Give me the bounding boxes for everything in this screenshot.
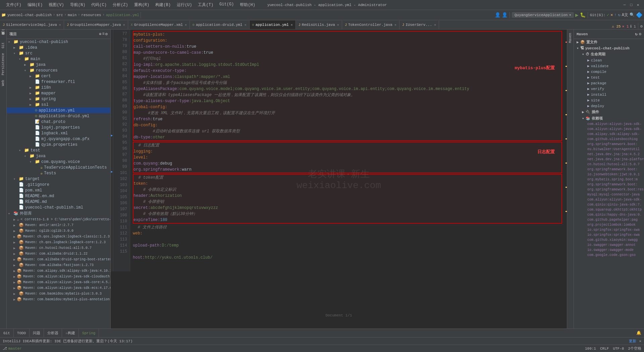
maven-dep-22[interactable]: io.springfox:springfox-swa <box>574 227 644 232</box>
tree-item-pfx[interactable]: ▶ 📄 mj.quyangapp.com.pfx <box>7 136 110 142</box>
tab-close-5[interactable]: ✕ <box>291 23 293 27</box>
tree-item-log4j[interactable]: ▶ 📄 log4j.properties <box>7 125 110 130</box>
tree-item-cert[interactable]: ▶ 📁 cert <box>7 73 110 79</box>
vtab-project[interactable]: 项目 <box>0 31 6 35</box>
maven-dep-3[interactable]: com.alipay.sdk:alipay-sdk- <box>574 132 644 137</box>
tab-redis-utils[interactable]: J RedisUtils.java ✕ <box>296 20 342 29</box>
menu-code[interactable]: 代码(C) <box>89 1 109 8</box>
tree-item-maven-aliyun-ecs[interactable]: ▶ 📦 Maven: com.aliyun:aliyun-java-sdk-ec… <box>7 285 110 291</box>
notification-dismiss[interactable]: ✕ <box>639 339 641 343</box>
close-button[interactable]: ✕ <box>635 2 641 8</box>
code-content[interactable]: mybatis-plus配置 mybatis-plus: configurati… <box>130 30 565 271</box>
maven-compile[interactable]: ▶ compile <box>574 69 644 75</box>
menu-help[interactable]: 帮助(H) <box>237 1 258 8</box>
tree-item-freemarker[interactable]: ▶ 📄 freemarker.ftl <box>7 79 110 85</box>
tree-item-com-quyang[interactable]: ▾ 📁 com.quyang.voice <box>7 159 110 165</box>
bottom-tab-spring[interactable]: Spring <box>79 329 99 337</box>
maven-dep-26[interactable]: io.swagger:swagger-mode <box>574 248 644 253</box>
tab-token-controller[interactable]: J TokenController.java ✕ <box>342 20 399 29</box>
maven-test[interactable]: ▶ test <box>574 75 644 80</box>
menu-run[interactable]: 运行(U) <box>174 1 195 8</box>
run-config-selector[interactable]: QuyangServiceApplication ▾ <box>512 12 574 18</box>
tree-item-test[interactable]: ▾ 📁 test <box>7 147 110 153</box>
maven-dep-9[interactable]: cn.hutool:hutool-all:5.0.7 <box>574 162 644 167</box>
maven-dep-14[interactable]: org.springframework.boot:rest <box>574 187 644 192</box>
tree-item-spring[interactable]: ▶ 📁 spring <box>7 96 110 102</box>
maven-dep-4[interactable]: com.github.ulisesbocchiog <box>574 137 644 142</box>
tree-item-readme-en[interactable]: ▶ 📄 README.en.md <box>7 193 110 199</box>
tree-item-gitignore[interactable]: ▶ 📄 .gitignore <box>7 182 110 187</box>
tree-item-tests[interactable]: ▶ ☕ Tests <box>7 170 110 176</box>
sidebar-tool-btn2[interactable]: ≡ <box>102 32 105 37</box>
menu-view[interactable]: 视图(V) <box>46 1 67 8</box>
maven-dep-24[interactable]: com.github.xiaoymin:swagg <box>574 237 644 243</box>
tree-item-maven-antlr[interactable]: ▶ 📦 Maven: antlr:antlr:2.7.7 <box>7 222 110 228</box>
tab-silence-service-impl[interactable]: J SilenceServiceImpl.java ✕ <box>0 20 64 29</box>
tab-iuser-serv[interactable]: J IUserServ... ✕ <box>399 20 439 29</box>
maven-dep-8[interactable]: net.java.dev.jna:jna-platform <box>574 157 644 162</box>
bottom-tab-issues[interactable]: 问题 <box>30 329 44 337</box>
tree-item-maven-aliyun-core[interactable]: ▶ 📦 Maven: com.aliyun:aliyun-java-sdk-co… <box>7 279 110 285</box>
maven-dep-18[interactable]: com.squareup.okhttp3:okhttp <box>574 207 644 212</box>
tree-item-maven-logback-core[interactable]: ▶ 📦 Maven: ch.qos.logback:logback-core:1… <box>7 239 110 245</box>
code-editor[interactable]: 老实讲课·新生 weixiaolive.com <box>111 30 567 328</box>
tree-item-java[interactable]: ▶ 📁 java <box>7 62 110 68</box>
maven-dep-27[interactable]: com.google.code.gson:gso <box>574 253 644 258</box>
maven-dep-15[interactable]: mysql:mysql-connector-java <box>574 192 644 197</box>
status-line-ending[interactable]: CRLF <box>600 347 609 351</box>
tree-item-maven-fastjson[interactable]: ▶ 📦 Maven: com.alibaba:fastjson:1.2.73 <box>7 262 110 268</box>
maven-dep-1[interactable]: com.aliyun:aliyun-java-sdk- <box>574 122 644 127</box>
vtab-maven[interactable]: Maven <box>568 31 573 45</box>
tree-item-external-libs[interactable]: ▾ 📚 外部库 <box>7 210 110 217</box>
status-indent[interactable]: 2个空格 <box>628 346 641 351</box>
maven-dep-17[interactable]: com.qiniu:qiniu-java-sdk:7. <box>574 202 644 207</box>
maven-dep-7[interactable]: net.java.dev.jna:jna:4.5.2 <box>574 152 644 157</box>
maven-validate[interactable]: ▶ validate <box>574 63 644 69</box>
tree-item-maven-alipay[interactable]: ▶ 📦 Maven: com.alipay.sdk:alipay-sdk-jav… <box>7 268 110 274</box>
tab-close-7[interactable]: ✕ <box>394 23 396 27</box>
maven-dep-12[interactable]: org.mybatis.spring.boot:m <box>574 177 644 182</box>
bottom-tab-todo[interactable]: TODO <box>14 329 30 337</box>
tree-item-qyim[interactable]: ▶ 📄 qyim.properties <box>7 142 110 147</box>
status-branch[interactable]: ⎇ master <box>3 346 22 351</box>
maven-dep-23[interactable]: io.springfox:springfox-swa <box>574 232 644 237</box>
tree-item-ssl[interactable]: ▶ 📁 ssl <box>7 102 110 107</box>
maven-dep-25[interactable]: io.swagger:swagger-annot <box>574 243 644 248</box>
tree-item-resources[interactable]: ▾ 📁 resources <box>7 68 110 73</box>
tree-item-maven-druid[interactable]: ▶ 📦 Maven: com.alibaba:druid:1.1.22 <box>7 251 110 257</box>
menu-analyze[interactable]: 分析(Z) <box>110 1 131 8</box>
maven-dep-11[interactable]: io.jsonwebtoken:jjwt:0.9.1 <box>574 172 644 177</box>
maven-dep-19[interactable]: com.qiniu:happy-dns-java:0. <box>574 212 644 217</box>
tree-item-corretto[interactable]: ▶ ☕ < corretto-1.8 > C:\Users\pden\jdks\… <box>7 217 110 222</box>
tab-close-3[interactable]: ✕ <box>185 23 187 27</box>
tab-close-6[interactable]: ✕ <box>337 23 339 27</box>
maximize-button[interactable]: □ <box>629 2 634 8</box>
tab-application-yml[interactable]: ⚙ application.yml ✕ <box>250 20 296 29</box>
run-button[interactable]: ▶ <box>575 12 579 18</box>
minimize-button[interactable]: ─ <box>622 2 627 8</box>
maven-dep-13[interactable]: org.springframework.boot: <box>574 182 644 187</box>
sidebar-tool-btn1[interactable]: ⊕ <box>99 32 101 37</box>
tree-item-application-yml[interactable]: ▶ ⚙ application.yml <box>7 107 110 113</box>
tree-item-tea-service[interactable]: ▶ ☕ TeaServiceApplicationTests <box>7 165 110 170</box>
maven-dep-2[interactable]: com.aliyun:aliyun-java-sdk- <box>574 127 644 132</box>
maven-dep-20[interactable]: com.github.pagehelper:pag <box>574 217 644 222</box>
tab-application-druid[interactable]: ⚙ application-druid.yml ✕ <box>190 20 250 29</box>
maven-artifacts-section[interactable]: ▶ 📦 置文件 <box>574 39 644 45</box>
tree-item-i18n[interactable]: ▶ 📁 i18n <box>7 85 110 90</box>
tree-item-chat-proto[interactable]: ▶ 📝 chat.proto <box>7 119 110 125</box>
tree-item-target[interactable]: ▾ 📁 target <box>7 176 110 182</box>
maven-deploy[interactable]: ▶ deploy <box>574 103 644 109</box>
tree-item-readme[interactable]: ▶ 📄 README.md <box>7 199 110 205</box>
debug-button[interactable]: 🐛 <box>580 12 586 18</box>
tree-item-logback[interactable]: ▶ 📄 logback.xml <box>7 130 110 136</box>
vtab-favorites[interactable]: 收藏夹 <box>0 36 6 40</box>
status-charset[interactable]: UTF-8 <box>613 347 624 351</box>
maven-project-section[interactable]: ▾ 🏗 yuecool-chat-publish <box>574 45 644 51</box>
maven-plugins-section[interactable]: ▶ 🔌 插件 <box>574 109 644 115</box>
tree-item-src[interactable]: ▾ 📁 src <box>7 50 110 56</box>
maven-dep-6[interactable]: eu.bitwalker:UserAgentUtil <box>574 147 644 152</box>
maven-site[interactable]: ▶ site <box>574 97 644 103</box>
maven-refresh-icon[interactable]: ↻ <box>635 32 638 37</box>
tree-item-mapper[interactable]: ▶ 📁 mapper <box>7 90 110 96</box>
